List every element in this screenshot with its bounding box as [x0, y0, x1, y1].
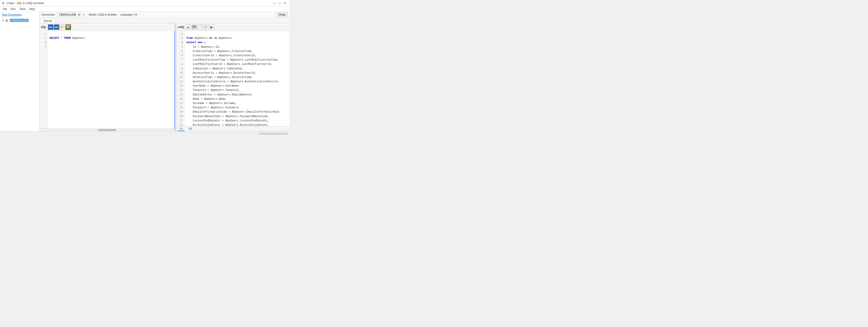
sql-line-num-4: 4	[41, 45, 46, 49]
linq-line-num: 4	[178, 45, 183, 49]
linq-label: LINQ	[178, 26, 184, 29]
linq-code-content[interactable]: from AbpUsers in db.AbpUsers select new …	[184, 31, 289, 126]
title-bar-left: ✕ Linqer - SQL to LINQ converter	[2, 1, 44, 5]
linq-line-num: 16	[178, 97, 183, 101]
linq-line-num: 15	[178, 93, 183, 97]
sql-toolbar: SQL SQL SQL 📂 ↻	[39, 23, 175, 31]
linq-editor: 1 2 3 4 5 6 7 8 9 10 11 12 13	[176, 31, 289, 126]
maximize-button[interactable]: □	[277, 1, 282, 6]
menu-tools[interactable]: Tools	[18, 7, 27, 11]
linq-line-num: 21	[178, 119, 183, 123]
linq-line-num: 10	[178, 71, 183, 75]
linq-line-num: 3	[178, 40, 183, 45]
linq-line-num: 6	[178, 54, 183, 58]
linq-tool-btn-1[interactable]: ▲	[186, 24, 191, 30]
linq-gear-btn[interactable]: ⚙	[203, 24, 209, 30]
sql-horizontal-scrollbar[interactable]	[39, 128, 175, 131]
linq-tab-csharp[interactable]: C#	[178, 127, 185, 131]
sql-line-numbers: 1 2 3 4	[39, 31, 48, 128]
linq-pane: LINQ ▲ 💾 📄 ⚙ ▶ 1 2 3 4 5	[176, 23, 289, 131]
db-label: CBMSZeroDB	[10, 19, 29, 22]
main-layout: New Connection ⊞ 🍺 CBMSZeroDB Connection…	[0, 12, 289, 131]
title-bar: ✕ Linqer - SQL to LINQ converter — □ ✕	[0, 0, 289, 6]
app-icon: ✕	[2, 1, 5, 5]
linq-line-num: 11	[178, 75, 183, 80]
linq-line-num: 9	[178, 67, 183, 71]
linq-line-num: 2	[178, 36, 183, 40]
menu-file[interactable]: File	[1, 7, 9, 11]
model-label: Model: LINQ to Entities	[89, 13, 117, 16]
sql-icon-btn-1[interactable]: SQL	[48, 24, 53, 30]
linq-line-num: 19	[178, 110, 183, 114]
menu-run[interactable]: Run	[9, 7, 18, 11]
linq-line-num: 7	[178, 58, 183, 62]
open-file-btn[interactable]: 📂	[60, 24, 65, 30]
sql-label: SQL	[41, 26, 46, 29]
sql-line-num-1: 1	[41, 32, 46, 36]
tree-expand-icon: ⊞	[2, 19, 4, 22]
query-panes: SQL SQL SQL 📂 ↻ 1 2 3 4	[39, 23, 289, 131]
menu-bar: File Run Tools Help	[0, 6, 289, 12]
query-tab-1[interactable]: Query1	[40, 18, 55, 23]
linq-copy-btn[interactable]: 📄	[197, 24, 203, 30]
linq-line-num: 13	[178, 84, 183, 88]
linq-line-num: 18	[178, 106, 183, 110]
linq-line-num: 17	[178, 101, 183, 106]
left-panel: New Connection ⊞ 🍺 CBMSZeroDB	[0, 12, 39, 131]
linq-run-btn[interactable]: ▶	[209, 24, 215, 30]
linq-line-num: 22	[178, 123, 183, 126]
window-title: Linqer - SQL to LINQ converter	[7, 2, 44, 5]
linq-toolbar: LINQ ▲ 💾 📄 ⚙ ▶	[176, 23, 289, 31]
linq-line-num: 1	[178, 32, 183, 36]
query-tab-bar: Query1	[39, 18, 289, 23]
linq-line-num: 14	[178, 88, 183, 92]
linq-tab-vb[interactable]: VB	[186, 127, 194, 131]
sql-line-num-2: 2	[41, 36, 46, 40]
sql-scroll-thumb[interactable]	[98, 129, 116, 131]
linq-code-area[interactable]: 1 2 3 4 5 6 7 8 9 10 11 12 13	[176, 31, 289, 126]
connection-arrow: ▼	[83, 13, 85, 16]
linq-line-num: 20	[178, 114, 183, 119]
status-text: CSDN @MonkeyBarankin	[259, 132, 287, 135]
linq-line-num: 5	[178, 49, 183, 54]
menu-help[interactable]: Help	[27, 7, 37, 11]
tree-item-db[interactable]: ⊞ 🍺 CBMSZeroDB	[1, 18, 38, 23]
status-bar: CSDN @MonkeyBarankin	[0, 131, 289, 136]
right-area: Connection CBMSZeroDB ▼ Model: LINQ to E…	[39, 12, 289, 131]
sql-code-area[interactable]: 1 2 3 4 SELECT * FROM AbpUsers	[39, 31, 175, 128]
language-label: Language: C#	[120, 13, 137, 16]
window-controls: — □ ✕	[272, 1, 287, 6]
sql-code-content[interactable]: SELECT * FROM AbpUsers	[48, 31, 175, 128]
sql-editor: 1 2 3 4 SELECT * FROM AbpUsers	[39, 31, 175, 128]
sql-icon-btn-2[interactable]: SQL	[54, 24, 59, 30]
connection-bar: Connection CBMSZeroDB ▼ Model: LINQ to E…	[39, 12, 289, 18]
close-query-button[interactable]: Close	[276, 12, 287, 17]
linq-save-btn[interactable]: 💾	[191, 24, 197, 30]
linq-bottom-tabs: C# VB	[176, 126, 289, 131]
sql-pane: SQL SQL SQL 📂 ↻ 1 2 3 4	[39, 23, 175, 131]
connection-select[interactable]: CBMSZeroDB	[57, 12, 81, 17]
linq-line-numbers: 1 2 3 4 5 6 7 8 9 10 11 12 13	[176, 31, 184, 126]
linq-line-num: 12	[178, 80, 183, 84]
sql-line-num-3: 3	[41, 40, 46, 45]
close-button[interactable]: ✕	[283, 1, 287, 6]
linq-line-num: 8	[178, 62, 183, 66]
run-sql-button[interactable]: ↻	[66, 24, 71, 30]
db-icon: 🍺	[4, 18, 9, 22]
new-connection-link[interactable]: New Connection	[1, 13, 38, 17]
connection-label: Connection	[41, 13, 55, 16]
minimize-button[interactable]: —	[272, 1, 277, 6]
